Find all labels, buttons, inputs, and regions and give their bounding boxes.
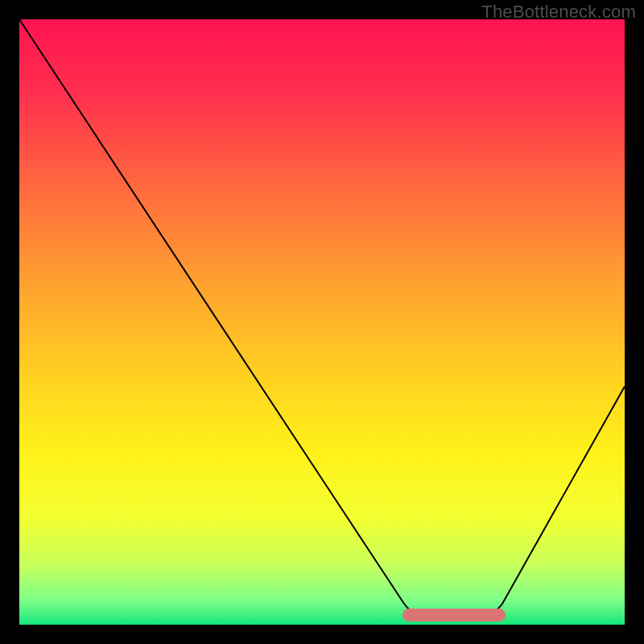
plot-area — [19, 19, 625, 625]
bottleneck-curve — [19, 19, 625, 625]
optimal-range-marker — [402, 609, 506, 621]
chart-frame: TheBottleneck.com — [0, 0, 644, 644]
